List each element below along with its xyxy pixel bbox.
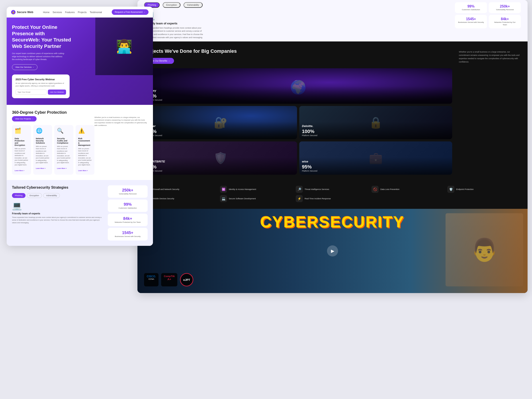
service-title-0: Data Protection and Encryption (15, 137, 28, 146)
nav-projects[interactable]: Projects (78, 11, 87, 13)
ejpt-text: eJPT (183, 278, 190, 282)
brand-logo: 🔒 Secure Web (11, 10, 33, 14)
nav-testimonial[interactable]: Testimonial (90, 11, 102, 13)
project-disney-overlay: Disney 97% Platform Secured (144, 86, 452, 104)
projects-right: Whether you're a small business or a lar… (459, 48, 521, 175)
email-input[interactable] (16, 89, 47, 95)
hero-image: 👨‍💻 (95, 18, 153, 75)
nav-cta-button[interactable]: Request a Free Assessment → (112, 9, 149, 15)
navigation-bar: 🔒 Secure Web Home Services Features Proj… (7, 7, 153, 18)
comptia-badge: CompTIA A+ (161, 273, 177, 286)
service-desc-2: With our proven track record of excellen… (57, 146, 71, 164)
hero-cta-button[interactable]: View Our Services → (12, 64, 38, 70)
right-stat-value-businesses: 1545+ (458, 17, 484, 21)
view-projects-button[interactable]: View Our Projects → (12, 116, 37, 121)
right-tabs-container: Phishing Encryption Vulnerability (144, 2, 450, 8)
nav-home[interactable]: Home (43, 11, 50, 13)
tab-encryption[interactable]: Encryption (27, 193, 42, 198)
identity-icon: 🆔 (220, 186, 227, 193)
right-stat-businesses: 1545+ Businesses Served with Security (455, 15, 487, 28)
stat-label-businesses: Businesses Served with Security (111, 235, 144, 238)
stat-value-businesses: 1545+ (111, 231, 144, 235)
project-eventbrite: 🛡️ EVENTBRITE 98% Platform Secured (144, 141, 297, 175)
incident-icon: ⚡ (296, 195, 303, 202)
stat-label-satisfaction: Customers Satisfaction (111, 207, 144, 209)
nav-features[interactable]: Features (65, 11, 75, 13)
project-brand-eventbrite: EVENTBRITE (147, 160, 294, 163)
friendly-icon: 💻 (12, 201, 104, 210)
srv-label-endpoint: Endpoint Protection (456, 188, 474, 191)
project-deloitte-overlay: Deloitte. 100% Platform Secured (299, 122, 452, 139)
service-title-3: Risk Assessment & Management (78, 137, 92, 146)
project-stat-disney: 97% (147, 93, 450, 99)
project-stat-label-hager: Platform Secured (147, 134, 294, 137)
stats-panel: 250k+ Vulnerability Removed 99% Customer… (108, 185, 148, 241)
stat-card-networks: 84k+ Networks Protected by Our Team (108, 214, 148, 226)
right-stats-row-2: 1545+ Businesses Served with Security 84… (455, 15, 521, 28)
srv-item-incident: ⚡ Real-Time Incident Response (296, 195, 369, 202)
play-button[interactable]: ▶ (327, 245, 338, 256)
webinar-box: 2023 Free Cyber Security Webinar At our … (12, 75, 70, 98)
right-tab-vulnerability[interactable]: Vulnerability (184, 2, 203, 8)
tab-phishing[interactable]: Phishing (12, 193, 25, 198)
project-stat-wise: 95% (302, 164, 450, 170)
stat-card-businesses: 1545+ Businesses Served with Security (108, 228, 148, 240)
right-tabs-section: Phishing Encryption Vulnerability 💻 Frie… (144, 2, 450, 39)
srv-label-threat: Threat Intelligence Services (304, 188, 329, 191)
project-eventbrite-overlay: EVENTBRITE 98% Platform Secured (144, 157, 297, 175)
service-card-2: 🔍 Security Audits and Compliance With ou… (54, 125, 73, 175)
project-wise-overlay: wise 95% Platform Secured (299, 157, 452, 175)
project-stat-label-disney: Platform Secured (147, 99, 450, 101)
service-link-1[interactable]: Learn More > (36, 168, 46, 169)
project-stat-hager: 97% (147, 129, 294, 134)
tailored-section: Tailored Cybersecurity Strategies Phishi… (7, 180, 153, 246)
service-icon-1: 🌐 (36, 128, 44, 136)
webinar-submit-button[interactable]: Join Our Webinar (48, 89, 66, 95)
video-section[interactable]: CYBERSECURITY CISCO. CCNA CompTIA A+ eJP… (137, 209, 528, 293)
projects-left: Projects We've Done for Big Companies Ch… (144, 48, 452, 175)
projects-grid: 🌍 Disney 97% Platform Secured 🔐 :hager 9… (144, 68, 452, 175)
service-link-2[interactable]: Learn More > (57, 168, 67, 169)
nav-services[interactable]: Services (52, 11, 62, 13)
tailored-title: Tailored Cybersecurity Strategies (12, 185, 104, 190)
srv-item-dataloss: 🚫 Data Loss Prevention (372, 186, 445, 193)
service-link-3[interactable]: Learn More > (78, 170, 88, 171)
project-stat-label-eventbrite: Platform Secured (147, 170, 294, 172)
friendly-title: Friendly team of experts (12, 212, 104, 215)
right-stat-value-networks: 84k+ (492, 17, 518, 21)
projects-section: Projects We've Done for Big Companies Ch… (137, 41, 528, 182)
hero-image-placeholder: 👨‍💻 (95, 18, 153, 75)
project-stat-eventbrite: 98% (147, 164, 294, 170)
srv-item-identity: 🆔 Identity & Access Management (220, 186, 293, 193)
srv-item-mobile: 📱 Mobile Devices Security (144, 195, 218, 202)
right-friendly-title: Friendly team of experts (144, 22, 450, 25)
service-icon-2: 🔍 (57, 128, 65, 136)
right-tab-encryption[interactable]: Encryption (163, 2, 180, 8)
service-desc-0: With our proven track record of excellen… (15, 148, 28, 166)
hero-title: Protect Your Online Presence with Secure… (12, 24, 74, 50)
tab-vulnerability[interactable]: Vulnerability (43, 193, 60, 198)
stat-label-networks: Networks Protected by Our Team (111, 221, 144, 223)
section-360-desc: Whether you're a small business or a lar… (95, 116, 148, 127)
right-stat-label-businesses: Businesses Served with Security (458, 21, 484, 24)
service-link-0[interactable]: Learn More > (15, 170, 24, 171)
video-title: CYBERSECURITY (137, 213, 528, 231)
left-website-card: 🔒 Secure Web Home Services Features Proj… (7, 7, 153, 246)
logo-icon: 🔒 (11, 10, 16, 14)
software-icon: 💻 (220, 195, 227, 202)
cisco-text: CISCO. (147, 275, 156, 278)
cisco-badge: CISCO. CCNA (144, 273, 158, 286)
hero-subtitle: Our expert team combines years of experi… (12, 52, 65, 61)
right-stats-panel: 99% Customers Satisfaction 250k+ Vulnera… (455, 2, 521, 28)
stat-value-vulnerability: 250k+ (111, 188, 144, 193)
project-stat-label-wise: Platform Secured (302, 170, 450, 172)
project-wise: 💼 wise 95% Platform Secured (299, 141, 452, 175)
hero-section: 👨‍💻 Protect Your Online Presence with Se… (7, 18, 153, 105)
project-brand-deloitte: Deloitte. (302, 124, 450, 128)
service-desc-1: With our proven track record of excellen… (36, 146, 50, 164)
section-360-title: 360-Degree Cyber Protection (12, 110, 148, 115)
right-stat-networks: 84k+ Networks Protected by Our Team (489, 15, 521, 28)
webinar-desc: At our cybersecurity agency, we stand as… (16, 82, 66, 87)
right-stat-label-vuln: Vulnerability Removed (492, 8, 518, 11)
service-card-3: ⚠️ Risk Assessment & Management With our… (76, 125, 95, 175)
